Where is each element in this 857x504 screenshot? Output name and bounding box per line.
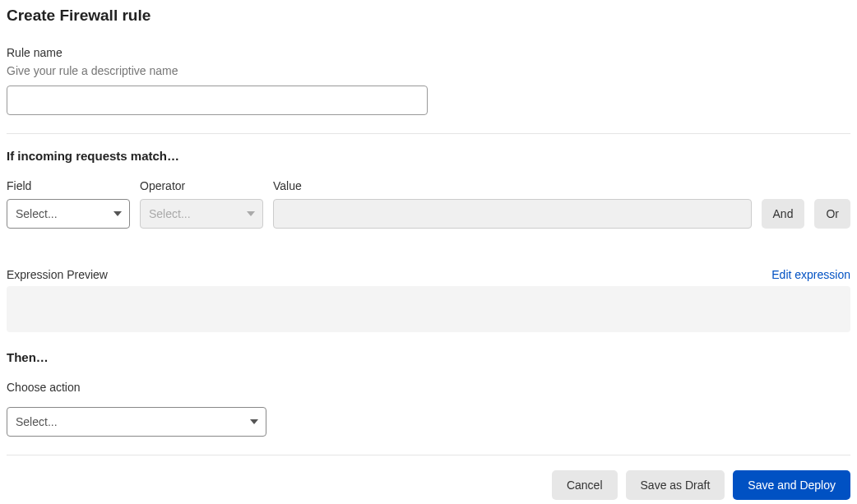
page-title: Create Firewall rule bbox=[7, 7, 850, 25]
choose-action-label: Choose action bbox=[7, 381, 850, 394]
save-deploy-button[interactable]: Save and Deploy bbox=[733, 470, 850, 500]
match-heading: If incoming requests match… bbox=[7, 149, 850, 163]
value-label: Value bbox=[273, 179, 752, 192]
save-draft-button[interactable]: Save as Draft bbox=[626, 470, 725, 500]
value-input bbox=[273, 199, 752, 229]
operator-column: Operator Select... bbox=[140, 179, 263, 229]
and-button[interactable]: And bbox=[762, 199, 805, 229]
expression-preview-box bbox=[7, 286, 850, 332]
divider bbox=[7, 133, 850, 134]
cancel-button[interactable]: Cancel bbox=[552, 470, 618, 500]
expression-preview-label: Expression Preview bbox=[7, 268, 108, 281]
operator-select: Select... bbox=[140, 199, 263, 229]
rule-name-help: Give your rule a descriptive name bbox=[7, 64, 850, 77]
field-select[interactable]: Select... bbox=[7, 199, 130, 229]
rule-name-label: Rule name bbox=[7, 46, 850, 59]
action-select[interactable]: Select... bbox=[7, 407, 266, 437]
then-section: Then… Choose action Select... bbox=[7, 350, 850, 437]
preview-header: Expression Preview Edit expression bbox=[7, 268, 850, 281]
footer-actions: Cancel Save as Draft Save and Deploy bbox=[7, 470, 850, 500]
field-column: Field Select... bbox=[7, 179, 130, 229]
divider bbox=[7, 455, 850, 455]
field-label: Field bbox=[7, 179, 130, 192]
then-heading: Then… bbox=[7, 350, 850, 364]
rule-name-section: Rule name Give your rule a descriptive n… bbox=[7, 46, 850, 115]
rule-name-input[interactable] bbox=[7, 86, 428, 115]
or-button[interactable]: Or bbox=[814, 199, 850, 229]
match-row: Field Select... Operator Select... Value… bbox=[7, 179, 850, 229]
match-section: If incoming requests match… Field Select… bbox=[7, 149, 850, 332]
value-column: Value bbox=[273, 179, 752, 229]
edit-expression-link[interactable]: Edit expression bbox=[771, 268, 850, 281]
operator-label: Operator bbox=[140, 179, 263, 192]
